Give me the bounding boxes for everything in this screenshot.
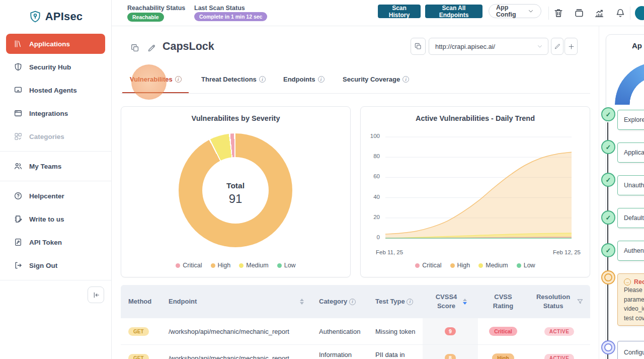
y-axis-label: 20	[373, 214, 380, 220]
delete-icon[interactable]	[553, 8, 564, 19]
base-url-value: http://crapi.apisec.ai/	[435, 43, 495, 50]
y-axis-label: 60	[373, 173, 380, 179]
daily-trend-card: Active Vulnerabilities - Daily Trend 020…	[360, 106, 590, 277]
sidebar-item-security-hub[interactable]: Security Hub	[6, 57, 105, 77]
monitor-icon	[14, 86, 23, 95]
onboarding-step[interactable]: Unauther	[617, 175, 644, 195]
legend-dot	[176, 263, 180, 268]
legend-dot	[239, 263, 244, 268]
column-header-test-type[interactable]: Test Type i	[366, 285, 423, 318]
legend-item: High	[450, 262, 470, 269]
onboarding-step[interactable]: Authentic	[617, 241, 644, 261]
trend-area-chart[interactable]	[385, 137, 572, 238]
shield-logo-icon	[29, 10, 42, 23]
table-row[interactable]: GET /workshop/api/mechanic/mechanic_repo…	[121, 318, 590, 345]
severity-donut-card: Vulnerabilites by Severity Total 91 Crit…	[121, 106, 351, 277]
chevron-down-icon	[528, 8, 534, 14]
legend-item: Medium	[239, 262, 268, 269]
sidebar-divider	[0, 181, 111, 181]
sidebar-item-hosted-agents[interactable]: Hosted Agents	[6, 80, 105, 100]
column-header-endpoint[interactable]: Endpoint	[161, 285, 310, 318]
resolution-status-badge: ACTIVE	[544, 327, 575, 336]
step-warning-icon	[601, 270, 615, 284]
scan-all-endpoints-button[interactable]: Scan All Endpoints	[425, 5, 482, 18]
y-axis-label: 80	[373, 153, 380, 159]
shield-icon	[14, 62, 23, 71]
sidebar-item-write-to-us[interactable]: Write to us	[6, 209, 105, 229]
last-scan-status-badge: Complete in 1 min 12 sec	[194, 12, 267, 21]
x-axis-tick-end: Feb 12, 25	[553, 249, 581, 255]
sidebar-item-sign-out[interactable]: Sign Out	[6, 255, 105, 275]
recon-link[interactable]: → Recon	[624, 278, 644, 285]
legend-dot	[415, 263, 420, 268]
method-badge: GET	[128, 354, 149, 359]
tab-vulnerabilities[interactable]: Vulnerabilitesi	[130, 76, 182, 83]
tab-endpoints[interactable]: Endpointsi	[283, 76, 325, 83]
help-icon	[14, 191, 23, 200]
legend-dot	[211, 263, 215, 268]
tab-security-coverage[interactable]: Security Coveragei	[343, 76, 409, 83]
content-divider	[599, 26, 599, 359]
sidebar-item-applications[interactable]: Applications	[6, 34, 105, 54]
recon-warning-box[interactable]: → Recon Please pr paramete video_id test…	[617, 273, 644, 326]
onboarding-step[interactable]: Default A	[617, 208, 644, 228]
sidebar: APIsec Applications Security Hub Hosted …	[0, 0, 112, 359]
donut-center-total: Total 91	[179, 181, 292, 206]
resolution-status-badge: ACTIVE	[544, 354, 575, 359]
chart-legend: CriticalHighMediumLow	[121, 262, 350, 269]
test-type-cell: Missing token	[366, 318, 423, 344]
y-axis-label: 0	[377, 234, 380, 240]
timeline-line	[607, 122, 608, 359]
tabs-divider	[121, 93, 590, 94]
copy-url-button[interactable]	[411, 38, 426, 55]
onboarding-step[interactable]: Explore y	[617, 110, 644, 130]
notebook-pencil-icon	[14, 214, 23, 224]
add-url-button[interactable]	[565, 38, 578, 55]
user-avatar[interactable]	[635, 6, 644, 20]
trend-chart-title: Active Vulnerabilities - Daily Trend	[361, 114, 590, 122]
sort-icon[interactable]	[300, 299, 304, 305]
copy-app-name-icon[interactable]	[130, 43, 140, 53]
column-header-cvss-rating[interactable]: CVSS Rating	[478, 285, 528, 318]
reachability-status-badge: Reachable	[127, 13, 164, 22]
column-header-cvss4-score[interactable]: CVSS4 Score	[423, 285, 478, 318]
sidebar-item-helpcenter[interactable]: Helpcenter	[6, 186, 105, 206]
onboarding-step[interactable]: Applicatio	[617, 142, 644, 163]
topbar-divider	[548, 7, 549, 20]
filter-icon[interactable]	[577, 298, 584, 305]
info-icon: i	[175, 76, 182, 83]
archive-icon[interactable]	[574, 8, 585, 19]
endpoint-cell: /workshop/api/mechanic/mechanic_report	[161, 318, 310, 344]
grid-icon	[14, 132, 23, 141]
base-url-select[interactable]: http://crapi.apisec.ai/	[429, 38, 548, 55]
app-config-dropdown[interactable]: App Config	[489, 4, 541, 18]
table-header-row: Method Endpoint Category i Test Type i C…	[121, 285, 590, 318]
sidebar-item-api-token[interactable]: API Token	[6, 232, 105, 252]
legend-dot	[450, 263, 455, 268]
notifications-bell-icon[interactable]	[615, 8, 626, 19]
category-cell: Information	[310, 345, 366, 359]
sidebar-item-integrations[interactable]: Integrations	[6, 103, 105, 123]
sidebar-item-categories[interactable]: Categories	[6, 126, 105, 147]
tab-threat-detections[interactable]: Threat Detectionsi	[201, 76, 266, 83]
column-header-resolution-status[interactable]: Resolution Status	[528, 285, 590, 318]
table-row[interactable]: GET /workshop/api/mechanic/mechanic_repo…	[121, 345, 590, 359]
scan-history-button[interactable]: Scan History	[378, 5, 421, 18]
analytics-icon[interactable]	[594, 8, 605, 19]
sidebar-item-my-teams[interactable]: My Teams	[6, 156, 105, 176]
column-header-category[interactable]: Category i	[310, 285, 366, 318]
edit-url-button[interactable]	[551, 38, 564, 55]
apisec-dashboard: APIsec Applications Security Hub Hosted …	[0, 0, 644, 359]
last-scan-status-label: Last Scan Status	[194, 5, 245, 12]
y-axis-label: 40	[373, 194, 380, 200]
sort-icon-active[interactable]	[463, 299, 467, 305]
arrow-right-circle-icon: →	[624, 278, 631, 285]
column-header-method[interactable]: Method	[121, 285, 161, 318]
collapse-sidebar-button[interactable]	[88, 286, 104, 303]
y-axis-ticks: 020406080100	[363, 137, 383, 238]
edit-app-name-icon[interactable]	[147, 43, 157, 53]
chevron-down-icon	[537, 43, 543, 49]
sidebar-divider	[0, 280, 111, 280]
legend-item: High	[211, 262, 231, 269]
onboarding-step-pending[interactable]: Configure	[617, 341, 644, 359]
